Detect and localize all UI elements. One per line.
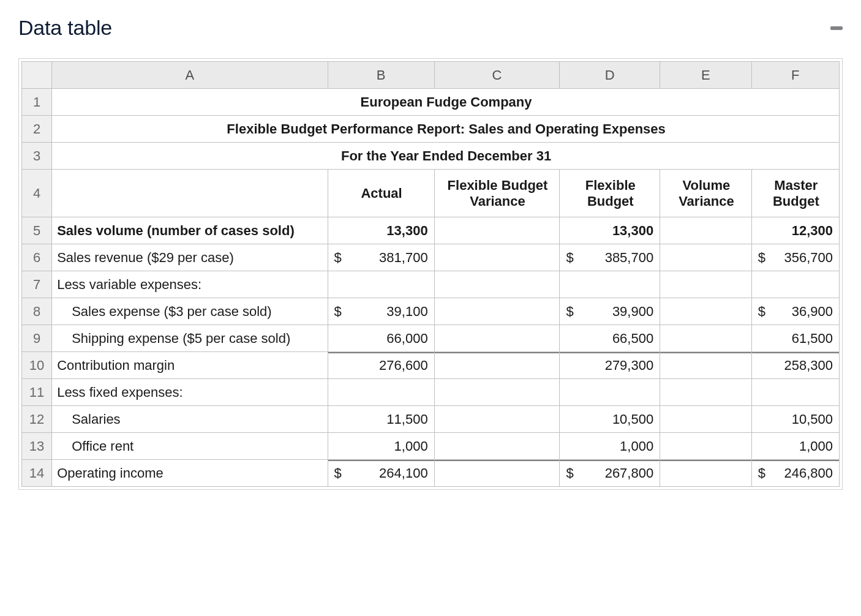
cell-C9[interactable] [434, 325, 560, 352]
cell-title-report[interactable]: Flexible Budget Performance Report: Sale… [52, 116, 840, 143]
cell-A13[interactable]: Office rent [52, 433, 328, 460]
cell-E4[interactable]: Volume Variance [660, 170, 751, 217]
cell-C13[interactable] [434, 433, 560, 460]
row-number[interactable]: 14 [22, 460, 52, 487]
cell-B14[interactable]: $264,100 [328, 460, 434, 487]
cell-C6[interactable] [434, 244, 560, 271]
cell-B5[interactable]: 13,300 [328, 217, 434, 244]
cell-F11[interactable] [751, 379, 839, 406]
cell-E8[interactable] [660, 298, 751, 325]
cell-F12[interactable]: 10,500 [751, 406, 839, 433]
cell-A8[interactable]: Sales expense ($3 per case sold) [52, 298, 328, 325]
cell-D9[interactable]: 66,500 [560, 325, 660, 352]
cell-C11[interactable] [434, 379, 560, 406]
row-10: 10Contribution margin276,600279,300258,3… [22, 352, 840, 379]
row-number[interactable]: 12 [22, 406, 52, 433]
cell-D10[interactable]: 279,300 [560, 352, 660, 379]
cell-E7[interactable] [660, 271, 751, 298]
cell-C8[interactable] [434, 298, 560, 325]
cell-B11[interactable] [328, 379, 434, 406]
cell-B12[interactable]: 11,500 [328, 406, 434, 433]
cell-F7[interactable] [751, 271, 839, 298]
cell-D6[interactable]: $385,700 [560, 244, 660, 271]
row-5: 5Sales volume (number of cases sold)13,3… [22, 217, 840, 244]
cell-B8[interactable]: $39,100 [328, 298, 434, 325]
cell-A5[interactable]: Sales volume (number of cases sold) [52, 217, 328, 244]
cell-B10[interactable]: 276,600 [328, 352, 434, 379]
cell-E11[interactable] [660, 379, 751, 406]
cell-B13[interactable]: 1,000 [328, 433, 434, 460]
column-header-B[interactable]: B [328, 62, 434, 89]
cell-F9[interactable]: 61,500 [751, 325, 839, 352]
cell-E12[interactable] [660, 406, 751, 433]
cell-A10[interactable]: Contribution margin [52, 352, 328, 379]
cell-F8[interactable]: $36,900 [751, 298, 839, 325]
cell-value [660, 406, 751, 432]
cell-B6[interactable]: $381,700 [328, 244, 434, 271]
cell-E10[interactable] [660, 352, 751, 379]
column-header-A[interactable]: A [52, 62, 328, 89]
cell-A11[interactable]: Less fixed expenses: [52, 379, 328, 406]
cell-F5[interactable]: 12,300 [751, 217, 839, 244]
cell-B9[interactable]: 66,000 [328, 325, 434, 352]
cell-A12[interactable]: Salaries [52, 406, 328, 433]
column-header-C[interactable]: C [434, 62, 560, 89]
cell-D4[interactable]: Flexible Budget [560, 170, 660, 217]
row-number[interactable]: 7 [22, 271, 52, 298]
cell-E6[interactable] [660, 244, 751, 271]
cell-value: 11,500 [328, 406, 434, 432]
cell-E14[interactable] [660, 460, 751, 487]
cell-A7[interactable]: Less variable expenses: [52, 271, 328, 298]
column-header-F[interactable]: F [751, 62, 839, 89]
cell-E13[interactable] [660, 433, 751, 460]
cell-D14[interactable]: $267,800 [560, 460, 660, 487]
cell-C10[interactable] [434, 352, 560, 379]
row-number[interactable]: 3 [22, 143, 52, 170]
cell-D12[interactable]: 10,500 [560, 406, 660, 433]
cell-D11[interactable] [560, 379, 660, 406]
numeric-value: 13,300 [612, 223, 653, 239]
row-number[interactable]: 6 [22, 244, 52, 271]
cell-C5[interactable] [434, 217, 560, 244]
cell-D5[interactable]: 13,300 [560, 217, 660, 244]
row-number[interactable]: 5 [22, 217, 52, 244]
cell-B7[interactable] [328, 271, 434, 298]
collapse-icon[interactable] [830, 26, 843, 30]
cell-C4[interactable]: Flexible Budget Variance [434, 170, 560, 217]
page-header: Data table [18, 12, 843, 40]
cell-title-period[interactable]: For the Year Ended December 31 [52, 143, 840, 170]
column-header-E[interactable]: E [660, 62, 751, 89]
row-number[interactable]: 1 [22, 89, 52, 116]
cell-E9[interactable] [660, 325, 751, 352]
cell-label: Office rent [52, 433, 327, 459]
cell-value: 1,000 [328, 433, 434, 459]
column-header-D[interactable]: D [560, 62, 660, 89]
cell-title-company[interactable]: European Fudge Company [52, 89, 840, 116]
cell-F10[interactable]: 258,300 [751, 352, 839, 379]
cell-B4[interactable]: Actual [328, 170, 434, 217]
row-number[interactable]: 10 [22, 352, 52, 379]
row-number[interactable]: 8 [22, 298, 52, 325]
cell-C7[interactable] [434, 271, 560, 298]
row-number[interactable]: 9 [22, 325, 52, 352]
numeric-value: 267,800 [605, 465, 654, 481]
cell-A9[interactable]: Shipping expense ($5 per case sold) [52, 325, 328, 352]
cell-E5[interactable] [660, 217, 751, 244]
cell-F4[interactable]: Master Budget [751, 170, 839, 217]
cell-A14[interactable]: Operating income [52, 460, 328, 487]
cell-D13[interactable]: 1,000 [560, 433, 660, 460]
cell-F6[interactable]: $356,700 [751, 244, 839, 271]
row-number[interactable]: 4 [22, 170, 52, 217]
cell-F14[interactable]: $246,800 [751, 460, 839, 487]
row-number[interactable]: 11 [22, 379, 52, 406]
row-6: 6Sales revenue ($29 per case)$381,700$38… [22, 244, 840, 271]
cell-A6[interactable]: Sales revenue ($29 per case) [52, 244, 328, 271]
cell-D8[interactable]: $39,900 [560, 298, 660, 325]
cell-A4[interactable] [52, 170, 328, 217]
cell-F13[interactable]: 1,000 [751, 433, 839, 460]
cell-C12[interactable] [434, 406, 560, 433]
cell-D7[interactable] [560, 271, 660, 298]
cell-C14[interactable] [434, 460, 560, 487]
row-number[interactable]: 13 [22, 433, 52, 460]
row-number[interactable]: 2 [22, 116, 52, 143]
